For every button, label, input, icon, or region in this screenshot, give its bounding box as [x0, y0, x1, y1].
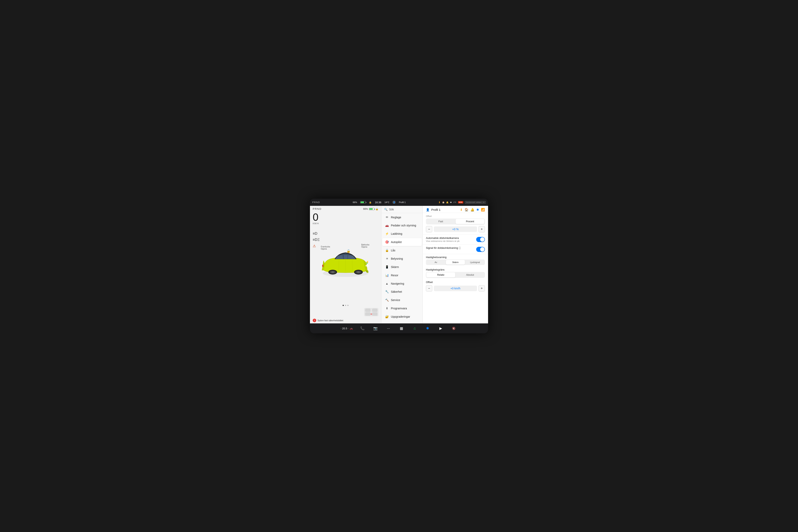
menu-item-pedaler[interactable]: 🚗 Pedaler och styrning — [382, 222, 422, 229]
menu-item-service[interactable]: 🔨 Service — [382, 296, 422, 304]
offset-kmh-section: Offset − +0 km/h + — [423, 280, 488, 293]
dodvinkelkamera-toggle[interactable] — [476, 237, 485, 242]
status-center: 66% 🔒 16:36 14°C 👤 Profil 1 — [353, 201, 405, 204]
bottom-thumbnail — [310, 307, 381, 318]
autopilot-label: Autopilot — [391, 241, 402, 244]
offset-plus-button[interactable]: + — [478, 226, 485, 232]
absolut-button[interactable]: Absolut — [456, 272, 484, 278]
status-left: PRND — [312, 201, 320, 204]
header-icons: ⬇ 🏠 🔔 ✱ 📶 — [460, 208, 485, 212]
warning-belt: ! Spänn fast säkerhetsbältet — [310, 318, 381, 323]
dodvinkelkamera-title: Automatisk dödvinkelkamera — [426, 236, 474, 240]
search-bar[interactable]: 🔍 Sök — [381, 206, 422, 213]
volume-icon[interactable]: 🔇 — [450, 325, 457, 332]
resor-label: Resor — [391, 274, 398, 277]
menu-item-navigering[interactable]: ▲ Navigering — [382, 280, 422, 287]
offset-minus-button[interactable]: − — [426, 226, 432, 232]
dodvinkelkamera-row: Automatisk dödvinkelkamera Visa sidokame… — [423, 234, 488, 244]
belysning-icon: ☀ — [385, 257, 389, 261]
service-icon: 🔨 — [385, 298, 389, 302]
profile-icon: 👤 — [393, 201, 396, 204]
svg-rect-15 — [365, 312, 370, 316]
phone-icon[interactable]: 📞 — [359, 325, 366, 332]
speed-readout: ‹ 20.5 › 🚗 — [341, 327, 353, 330]
profile-icon-small: 👤 — [426, 208, 430, 212]
baklucka-label: BakluckaÖppna — [361, 244, 369, 248]
menu-item-laddning[interactable]: ⚡ Laddning — [382, 230, 422, 238]
pagination-dots — [310, 304, 381, 307]
offset-label: Offset — [426, 215, 485, 217]
menu-item-resor[interactable]: 📊 Resor — [382, 271, 422, 279]
home-icon: 🏠 — [442, 201, 444, 204]
laddning-icon: ⚡ — [385, 232, 389, 235]
settings-header: 👤 Profil 1 ⬇ 🏠 🔔 ✱ 📶 — [423, 206, 488, 213]
dot-1[interactable] — [343, 305, 344, 306]
bluetooth-header-icon[interactable]: ✱ — [476, 208, 479, 212]
doldavinkel-info: Signal för doldavinkelvaning i — [426, 246, 476, 250]
music-icon[interactable]: ▶ — [437, 325, 444, 332]
dot-3[interactable] — [347, 305, 348, 306]
resor-icon: 📊 — [385, 273, 389, 277]
menu-item-skarm[interactable]: 📱 Skärm — [382, 263, 422, 271]
bluetooth-taskbar-icon[interactable]: ✱ — [424, 325, 431, 332]
hastighet-skarm-button[interactable]: Skärm — [446, 260, 465, 265]
battery-bar-left — [369, 208, 375, 210]
lte-display: LTE — [453, 201, 456, 203]
dots-icon[interactable]: ··· — [385, 325, 392, 332]
lock-icon: 🔒 — [376, 208, 378, 210]
offset-kmh-label: Offset — [426, 281, 485, 284]
volume-display: 🔇 — [452, 327, 455, 330]
spotify-icon[interactable]: ♫ — [411, 325, 418, 332]
menu-item-belysning[interactable]: ☀ Belysning — [382, 255, 422, 263]
charging-icon: ⚡ — [365, 261, 369, 264]
hastighetsgrans-section: Hastighetsgräns Relativ Absolut — [423, 267, 488, 278]
fast-button[interactable]: Fast — [426, 219, 455, 224]
sos-badge: SOS — [458, 201, 463, 204]
procent-button[interactable]: Procent — [456, 219, 484, 224]
info-icon[interactable]: i — [459, 247, 461, 249]
svg-rect-14 — [372, 309, 377, 312]
relativ-button[interactable]: Relativ — [426, 272, 455, 278]
skarm-label: Skärm — [391, 265, 399, 269]
tesla-screen: PRND 66% 🔒 16:36 14°C 👤 Profil 1 ⬇ 🏠 🔔 ✱… — [310, 199, 488, 333]
temp-display: 14°C — [384, 201, 390, 204]
svg-point-4 — [357, 271, 360, 273]
battery-pct-text: 66% — [363, 208, 368, 210]
lock-display: 🔒 — [369, 201, 372, 204]
signal-header-icon[interactable]: 📶 — [481, 208, 485, 212]
menu-item-las[interactable]: 🔒 Lås — [382, 246, 422, 254]
bell-header-icon[interactable]: 🔔 — [471, 208, 474, 212]
menu-item-uppgraderingar[interactable]: 🔐 Uppgraderingar — [382, 313, 422, 321]
offset-kmh-plus-button[interactable]: + — [478, 285, 485, 291]
hastighet-av-button[interactable]: Av — [426, 260, 445, 265]
camera-taskbar-icon[interactable]: 📷 — [372, 325, 379, 332]
download-header-icon[interactable]: ⬇ — [460, 208, 462, 212]
reglage-icon: 👁 — [385, 215, 389, 219]
car-svg — [320, 248, 371, 279]
seat-diagram — [363, 307, 379, 317]
prnd-bar: PRND 66% 🔒 — [310, 206, 381, 211]
offset-kmh-value: +0 km/h — [434, 286, 477, 291]
prnd-display: PRND — [312, 201, 320, 204]
hastighet-ljud-button[interactable]: Ljudsignal — [465, 260, 484, 265]
profile-name-text: Profil 1 — [431, 208, 440, 211]
grid-icon[interactable]: ▦ — [398, 325, 405, 332]
prnd-text: PRND — [313, 207, 322, 210]
offset-toggle-section: Offset Fast Procent − +0 % + — [423, 213, 488, 234]
programvara-icon: ⬇ — [385, 307, 389, 310]
menu-item-sakerhet[interactable]: 🔧 Säkerhet — [382, 288, 422, 296]
menu-item-reglage[interactable]: 👁 Reglage — [382, 213, 422, 221]
download-icon: ⬇ — [438, 201, 440, 204]
menu-item-autopilot[interactable]: 🎯 Autopilot — [382, 238, 422, 246]
dot-2[interactable] — [345, 305, 346, 306]
home-header-icon[interactable]: 🏠 — [464, 208, 469, 212]
doldavinkel-toggle[interactable] — [476, 247, 485, 252]
offset-kmh-minus-button[interactable]: − — [426, 285, 432, 291]
svg-rect-16 — [372, 312, 377, 316]
offset-stepper: − +0 % + — [426, 226, 485, 232]
hastighetsvarning-title: Hastighetsvarning — [423, 254, 488, 260]
menu-item-programvara[interactable]: ⬇ Programvara — [382, 304, 422, 312]
navigering-label: Navigering — [391, 282, 404, 285]
car-size-icon: 🚗 — [349, 327, 353, 330]
hastighetsvarning-section: Hastighetsvarning Av Skärm Ljudsignal — [423, 254, 488, 265]
